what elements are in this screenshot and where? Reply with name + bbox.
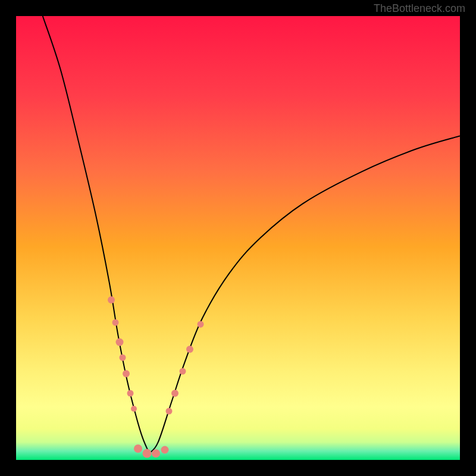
point-bottom-1 — [143, 449, 152, 458]
point-right-2 — [179, 368, 186, 374]
point-left-3 — [120, 355, 126, 361]
point-left-6 — [131, 406, 137, 412]
point-bottom-0 — [134, 444, 142, 453]
point-bottom-3 — [161, 446, 168, 453]
point-right-3 — [186, 346, 193, 353]
point-left-1 — [112, 319, 119, 325]
point-right-4 — [197, 321, 203, 328]
point-right-1 — [171, 390, 178, 397]
point-left-5 — [127, 390, 134, 397]
point-left-4 — [123, 370, 130, 377]
chart-container — [16, 16, 460, 460]
watermark-text: TheBottleneck.com — [374, 2, 465, 15]
point-right-0 — [166, 408, 173, 414]
point-left-0 — [108, 296, 115, 303]
data-points-layer — [16, 16, 460, 460]
point-left-2 — [115, 339, 123, 346]
point-bottom-2 — [152, 449, 160, 458]
